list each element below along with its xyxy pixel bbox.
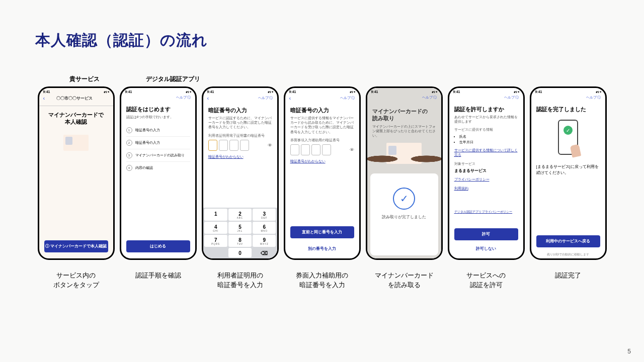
slide-title: 本人確認（認証）の流れ [35,30,609,51]
signal-icon: ııl ᯤ ▮ [104,90,109,94]
pin-label: 利用者証明用電子証明書の暗証番号 [208,134,272,138]
heading: マイナンバーカードの 読み取り [372,108,436,122]
top-labels: 貴サービス デジタル認証アプリ [69,75,609,83]
message: [まるまるサービス]に戻って利用を続けてください。 [536,164,600,175]
signal-icon: ııl ᯤ ▮ [268,90,273,94]
screen-5: 9:41ııl ᯤ ▮ ヘルプ ⓘ マイナンバーカードの 読み取り マイナンバー… [366,86,443,260]
time: 9:41 [43,90,50,94]
captions: サービス内の ボタンをタップ 認証手順を確認 利用者証明用の 暗証番号を入力 券… [35,271,609,290]
section-label: サービスに提供する情報 [454,128,518,132]
sub: あわせてサービスから要求された情報を提供します [454,115,518,124]
return-button[interactable]: 利用中のサービスへ戻る [536,235,600,247]
sub: サービスに提供する情報をマイナンバーカードから読み取るために、マイナンバーカード… [290,116,354,134]
detail-link[interactable]: サービスに提供する情報について詳しく見る [454,148,518,157]
heading: 認証をはじめます [126,106,190,113]
screen-3: 9:41ııl ᯤ ▮ ‹ヘルプ ⓘ 暗証番号の入力 サービスに認証するために、… [202,86,279,260]
caption-1: サービス内の ボタンをタップ [38,271,115,290]
phone-row: 9:41ııl ᯤ ▮ ‹〇〇市〇〇サービス マイナンバーカードで 本人確認 ⓘ… [35,86,609,260]
step-3: マイナンバーカードの読み取り [135,153,185,158]
time: 9:41 [289,90,296,94]
share-items: 氏名 生年月日 [459,134,518,145]
back-icon[interactable]: ‹ [289,95,291,101]
time: 9:41 [371,90,378,94]
step-2: 暗証番号の入力 [135,140,160,145]
caption-6: サービスへの 認証を許可 [448,271,525,290]
time: 9:41 [125,90,132,94]
screen-1: 9:41ııl ᯤ ▮ ‹〇〇市〇〇サービス マイナンバーカードで 本人確認 ⓘ… [38,86,115,260]
pin-label: 券面事項入力補助用の暗証番号 [290,138,354,143]
help-link[interactable]: ヘルプ ⓘ [176,95,191,100]
signal-icon: ııl ᯤ ▮ [350,90,355,94]
screen-7: 9:41ııl ᯤ ▮ ヘルプ ⓘ 認証を完了しました ✓ [まるまるサービス]… [530,86,607,260]
start-button[interactable]: はじめる [126,240,190,252]
countdown-note: 残り10秒で自動的に移動します [531,253,605,256]
time: 9:41 [535,90,542,94]
page-number: 5 [627,348,631,355]
forgot-link[interactable]: 暗証番号がわからない [208,155,244,159]
heading: 認証を許可しますか [454,106,518,113]
result-sheet: ✓ 読み取りが完了しました [370,173,438,255]
tos-link[interactable]: 利用規約 [454,187,468,191]
privacy-link[interactable]: プライバシーポリシー [454,177,490,182]
forgot-link[interactable]: 暗証番号がわからない [290,159,326,164]
back-icon[interactable]: ‹ [207,95,209,101]
pin-input[interactable]: 👁 [208,140,272,151]
time: 9:41 [207,90,214,94]
app-privacy-link[interactable]: デジタル認証アプリ プライバシーポリシー [454,210,513,214]
step-1: 暗証番号の入力 [135,128,160,133]
target-label: 対象サービス [454,162,518,166]
sub: マイナンバーカードの上にスマートフォン背面上部をぴったりと合わせてください。 [372,124,436,138]
screen-6: 9:41ııl ᯤ ▮ ヘルプ ⓘ 認証を許可しますか あわせてサービスから要求… [448,86,525,260]
signal-icon: ııl ᯤ ▮ [186,90,191,94]
allow-button[interactable]: 許可 [454,228,518,240]
signal-icon: ııl ᯤ ▮ [514,90,519,94]
heading: マイナンバーカードで 本人確認 [44,111,108,126]
help-link[interactable]: ヘルプ ⓘ [586,95,601,100]
mynumber-card-icon [63,135,89,151]
pin-input[interactable]: 👁 [290,144,354,155]
label-service: 貴サービス [69,75,100,83]
deny-button[interactable]: 許可しない [454,246,518,251]
check-icon: ✓ [564,126,573,135]
service-name: まるまるサービス [454,168,518,173]
caption-3: 利用者証明用の 暗証番号を入力 [202,271,279,290]
caption-7: 認証完了 [530,271,607,290]
eye-icon[interactable]: 👁 [268,143,272,148]
signal-icon: ııl ᯤ ▮ [432,90,437,94]
sub: 認証は4つの手順で行います。 [126,115,190,119]
backspace-icon: ⌫ [253,250,276,256]
step-4: 内容の確認 [135,165,153,170]
step-list: 1暗証番号の入力 2暗証番号の入力 3マイナンバーカードの読み取り 4内容の確認 [126,124,190,174]
screen-4: 9:41ııl ᯤ ▮ ‹ヘルプ ⓘ 暗証番号の入力 サービスに提供する情報をマ… [284,86,361,260]
same-pin-button[interactable]: 直前と同じ番号を入力 [290,226,354,238]
label-app: デジタル認証アプリ [146,75,200,83]
other-pin-button[interactable]: 別の番号を入力 [290,246,354,251]
caption-2: 認証手順を確認 [120,271,197,290]
help-link[interactable]: ヘルプ ⓘ [340,96,355,101]
numeric-keypad[interactable]: 1 2ABС 3DEF 4GHI 5JKL 6MNO 7PQRS 8TUV 9W… [203,208,277,258]
hands-illustration [367,146,441,171]
time: 9:41 [453,90,460,94]
check-icon: ✓ [393,188,415,210]
sub: サービスに認証するために、マイナンバーカードを受け取った際に設定した暗証番号を入… [208,116,272,129]
screen-2: 9:41ııl ᯤ ▮ ヘルプ ⓘ 認証をはじめます 認証は4つの手順で行います… [120,86,197,260]
done-message: 読み取りが完了しました [375,215,433,220]
heading: 暗証番号の入力 [290,107,354,114]
heading: 認証を完了しました [536,106,600,113]
help-link[interactable]: ヘルプ ⓘ [504,95,519,100]
verify-button[interactable]: ⓘ マイナンバーカードで本人確認 [44,240,108,252]
caption-4: 券面入力補助用の 暗証番号を入力 [284,271,361,290]
signal-icon: ııl ᯤ ▮ [596,90,601,94]
help-link[interactable]: ヘルプ ⓘ [258,96,273,101]
help-link[interactable]: ヘルプ ⓘ [422,95,437,100]
header-title: 〇〇市〇〇サービス [45,96,104,101]
success-illustration: ✓ [536,120,600,155]
heading: 暗証番号の入力 [208,107,272,114]
caption-5: マイナンバーカード を読み取る [366,271,443,290]
eye-icon[interactable]: 👁 [350,147,354,152]
